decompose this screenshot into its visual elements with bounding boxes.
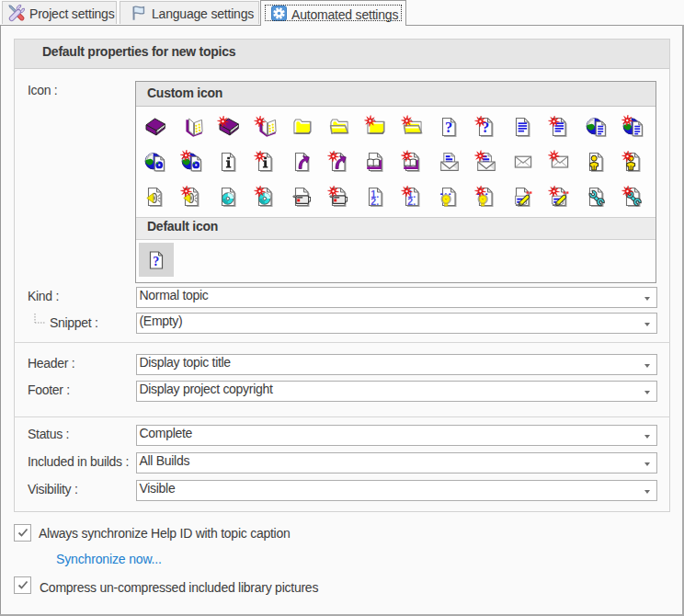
- svg-text:2.: 2.: [370, 196, 379, 207]
- svg-text:2.: 2.: [407, 196, 416, 207]
- svg-text:?: ?: [153, 254, 159, 268]
- svg-text:?: ?: [445, 119, 452, 136]
